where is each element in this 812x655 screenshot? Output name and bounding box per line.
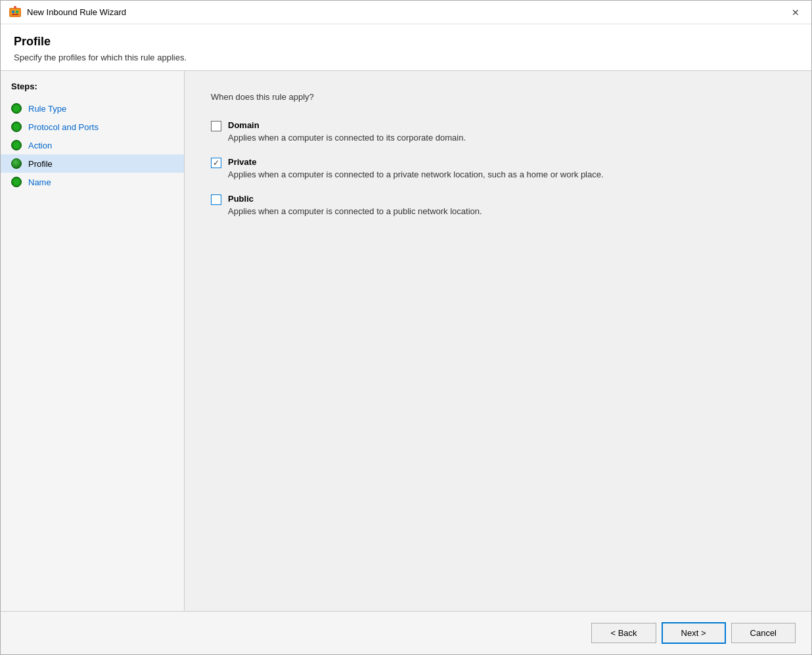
domain-checkbox[interactable]	[211, 121, 221, 131]
domain-description: Applies when a computer is connected to …	[228, 132, 466, 144]
sidebar-item-label-name: Name	[28, 177, 51, 187]
cancel-button[interactable]: Cancel	[731, 623, 796, 643]
svg-rect-3	[16, 11, 18, 13]
close-button[interactable]: ✕	[788, 5, 803, 20]
sidebar-item-protocol-ports[interactable]: Protocol and Ports	[1, 118, 184, 136]
header-section: Profile Specify the profiles for which t…	[1, 24, 811, 71]
private-checkbox[interactable]: ✓	[211, 158, 221, 168]
private-checkmark: ✓	[213, 159, 219, 167]
svg-point-5	[14, 6, 16, 9]
content-question: When does this rule apply?	[211, 92, 785, 102]
step-dot-action	[11, 140, 22, 150]
private-text: Private Applies when a computer is conne…	[228, 157, 604, 181]
public-checkbox[interactable]	[211, 194, 221, 205]
svg-rect-4	[12, 14, 18, 15]
step-dot-profile	[11, 158, 22, 169]
option-item-domain: Domain Applies when a computer is connec…	[211, 120, 785, 144]
next-button[interactable]: Next >	[662, 622, 726, 644]
main-area: Steps: Rule Type Protocol and Ports Acti…	[1, 71, 811, 611]
page-subtitle: Specify the profiles for which this rule…	[14, 53, 798, 62]
sidebar-item-label-rule-type: Rule Type	[28, 104, 66, 114]
sidebar-item-label-profile: Profile	[28, 159, 53, 169]
wizard-window: New Inbound Rule Wizard ✕ Profile Specif…	[0, 0, 812, 655]
app-icon	[9, 6, 22, 19]
sidebar-item-label-action: Action	[28, 141, 52, 150]
title-bar: New Inbound Rule Wizard ✕	[1, 1, 811, 24]
svg-rect-2	[12, 11, 14, 13]
sidebar-item-rule-type[interactable]: Rule Type	[1, 99, 184, 118]
option-item-public: Public Applies when a computer is connec…	[211, 194, 785, 217]
steps-label: Steps:	[1, 81, 184, 99]
private-description: Applies when a computer is connected to …	[228, 169, 604, 181]
content-area: When does this rule apply? Domain Applie…	[185, 71, 811, 611]
step-dot-rule-type	[11, 103, 22, 114]
sidebar-item-action[interactable]: Action	[1, 136, 184, 154]
sidebar-item-profile[interactable]: Profile	[1, 154, 184, 173]
sidebar: Steps: Rule Type Protocol and Ports Acti…	[1, 71, 185, 611]
option-group: Domain Applies when a computer is connec…	[211, 120, 785, 218]
step-dot-protocol-ports	[11, 122, 22, 132]
back-button[interactable]: < Back	[591, 623, 656, 643]
public-description: Applies when a computer is connected to …	[228, 206, 482, 217]
sidebar-item-name[interactable]: Name	[1, 173, 184, 191]
page-title: Profile	[14, 35, 798, 49]
public-text: Public Applies when a computer is connec…	[228, 194, 482, 217]
sidebar-item-label-protocol-ports: Protocol and Ports	[28, 122, 99, 132]
window-title: New Inbound Rule Wizard	[27, 7, 126, 17]
footer: < Back Next > Cancel	[1, 611, 811, 654]
option-item-private: ✓ Private Applies when a computer is con…	[211, 157, 785, 181]
private-label: Private	[228, 157, 604, 167]
step-dot-name	[11, 177, 22, 187]
title-bar-left: New Inbound Rule Wizard	[9, 6, 126, 19]
public-label: Public	[228, 194, 482, 204]
domain-text: Domain Applies when a computer is connec…	[228, 120, 466, 144]
domain-label: Domain	[228, 120, 466, 130]
